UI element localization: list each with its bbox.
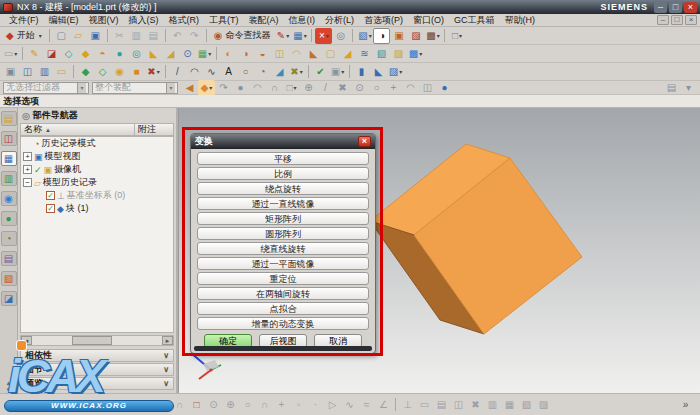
edge-rule-icon[interactable]: ∩ [266, 80, 283, 96]
shaded-with-edges-icon[interactable]: ▧▾ [356, 28, 373, 44]
menu-format[interactable]: 格式(R) [164, 14, 205, 27]
offset-surface-icon[interactable]: ▧ [373, 46, 390, 62]
transform-option-circular-array[interactable]: 圆形阵列 [197, 227, 369, 240]
sphere-icon[interactable]: ● [111, 46, 128, 62]
doc-close-button[interactable]: × [685, 15, 697, 25]
move-object-icon[interactable]: ▣ [2, 64, 19, 80]
extrude-icon[interactable]: ◆ [77, 46, 94, 62]
resource-bar-scroll[interactable]: ▲▼ [6, 380, 12, 393]
navigator-pin-icon[interactable]: ◎ [22, 111, 30, 121]
examine-geometry-icon[interactable]: ✔ [312, 64, 329, 80]
composite-curve-icon[interactable]: ◣ [370, 64, 387, 80]
edit-object-display-icon[interactable]: ▭ [53, 64, 70, 80]
transform-option-rotate-about-line[interactable]: 绕直线旋转 [197, 242, 369, 255]
transform-option-rotate-about-point[interactable]: 绕点旋转 [197, 182, 369, 195]
tab-hd3d-tools[interactable]: ◉ [1, 191, 17, 206]
dialog-close-button[interactable]: × [358, 136, 371, 147]
command-finder-button[interactable]: ◉命令查找器 [210, 28, 275, 44]
thread-icon[interactable]: ≋ [356, 46, 373, 62]
pull-face-icon[interactable]: ◇ [94, 64, 111, 80]
project-curve-icon[interactable]: ◢ [271, 64, 288, 80]
unite-icon[interactable]: ◐ [220, 46, 237, 62]
snap-tangent-icon[interactable]: ◠ [402, 80, 419, 96]
intersection-curve-icon[interactable]: ✖▾ [288, 64, 305, 80]
section-preview[interactable]: 预览∨ [20, 377, 174, 390]
expand-toggle-icon[interactable]: + [23, 165, 32, 174]
tree-row-model-history[interactable]: −▱模型历史记录 [21, 176, 173, 189]
extract-body-icon[interactable]: ▮ [353, 64, 370, 80]
wcs-triad[interactable] [185, 350, 223, 382]
hole-icon[interactable]: ⊙ [179, 46, 196, 62]
snap-face-icon[interactable]: ◫ [419, 80, 436, 96]
snap-quadrant-icon[interactable]: ○ [368, 80, 385, 96]
transform-option-rotate-between-axes[interactable]: 在两轴间旋转 [197, 287, 369, 300]
tab-reuse-library[interactable]: ▥ [1, 171, 17, 186]
tab-constraint-navigator[interactable]: ◫ [1, 131, 17, 146]
swept-icon[interactable]: ◣ [145, 46, 162, 62]
torus-icon[interactable]: ◎ [128, 46, 145, 62]
mirror-feature-icon[interactable]: ▨▾ [387, 64, 404, 80]
spline-icon[interactable]: ∿ [203, 64, 220, 80]
visibility-check-icon[interactable]: ✓ [34, 165, 42, 175]
assembly-cut-icon[interactable]: ▣ [390, 28, 407, 44]
text-icon[interactable]: A [220, 64, 237, 80]
face-rule-icon[interactable]: ◠ [249, 80, 266, 96]
tree-row-model-views[interactable]: +▣模型视图 [21, 150, 173, 163]
more-options-icon[interactable]: ▾ [680, 80, 697, 96]
tab-assembly-navigator[interactable]: ▤ [1, 111, 17, 126]
sound-cue-icon[interactable]: ◀ [181, 80, 198, 96]
tree-row-datum-csys[interactable]: ✓⊥基准坐标系 (0) [21, 189, 173, 202]
transform-option-mirror-through-line[interactable]: 通过一直线镜像 [197, 197, 369, 210]
transform-option-mirror-through-plane[interactable]: 通过一平面镜像 [197, 257, 369, 270]
new-file-icon[interactable]: ▢ [53, 28, 70, 44]
expand-toggle-icon[interactable]: − [23, 178, 32, 187]
show-hide-icon[interactable]: ◫ [19, 64, 36, 80]
menu-edit[interactable]: 编辑(E) [44, 14, 84, 27]
surface-curve-icon[interactable]: ◔ [254, 64, 271, 80]
offset-region-icon[interactable]: ◉ [111, 64, 128, 80]
task-dropdown-icon[interactable]: ▭▾ [2, 46, 19, 62]
revolve-icon[interactable]: ◓ [94, 46, 111, 62]
menu-tools[interactable]: 工具(T) [204, 14, 244, 27]
delete-face-icon[interactable]: ✖▾ [145, 64, 162, 80]
menu-window[interactable]: 窗口(O) [408, 14, 449, 27]
visibility-checkbox[interactable]: ✓ [46, 191, 55, 200]
scroll-right-icon[interactable]: ► [162, 336, 173, 345]
tab-process-studio[interactable]: ▧ [1, 271, 17, 286]
doc-restore-button[interactable]: □ [671, 15, 683, 25]
chamfer-icon[interactable]: ◣ [305, 46, 322, 62]
edge-blend-icon[interactable]: ◠ [288, 46, 305, 62]
transform-option-dynamic-increment[interactable]: 增量的动态变换 [197, 317, 369, 330]
restore-button[interactable]: □ [669, 2, 682, 13]
column-note[interactable]: 附注 [135, 123, 173, 136]
clip-section-icon[interactable]: ◎ [332, 28, 349, 44]
solid-body-icon[interactable]: ● [232, 80, 249, 96]
tab-part-navigator[interactable]: ▦ [1, 151, 17, 166]
sketch-constraint-icon[interactable]: ◪ [43, 46, 60, 62]
arc-icon[interactable]: ◠ [186, 64, 203, 80]
tab-web-browser[interactable]: ● [1, 211, 17, 226]
tab-history[interactable]: ◔ [1, 231, 17, 246]
tree-row-block[interactable]: ✓◆块 (1) [21, 202, 173, 215]
snap-center-icon[interactable]: ⊙ [351, 80, 368, 96]
deviation-gauge-icon[interactable]: ▣▾ [329, 64, 346, 80]
intersect-icon[interactable]: ◒ [254, 46, 271, 62]
transform-option-point-fit[interactable]: 点拟合 [197, 302, 369, 315]
ellipse-icon[interactable]: ○ [237, 64, 254, 80]
tab-roles[interactable]: ◪ [1, 291, 17, 306]
window-icon[interactable]: □▾ [448, 28, 465, 44]
snap-endpoint-icon[interactable]: ⊕ [300, 80, 317, 96]
overflow-icon[interactable]: » [677, 397, 694, 413]
menu-file[interactable]: 文件(F) [4, 14, 44, 27]
menu-analysis[interactable]: 分析(L) [320, 14, 359, 27]
move-face-icon[interactable]: ◆ [77, 64, 94, 80]
section-view-icon[interactable]: ▨ [407, 28, 424, 44]
column-name[interactable]: 名称▲ [21, 124, 135, 135]
expand-toggle-icon[interactable]: + [23, 152, 32, 161]
visibility-checkbox[interactable]: ✓ [46, 204, 55, 213]
menu-preferences[interactable]: 首选项(P) [359, 14, 408, 27]
section-details[interactable]: 细节∨ [20, 363, 174, 376]
draft-icon[interactable]: ◢ [339, 46, 356, 62]
scrollbar-thumb[interactable] [72, 336, 112, 345]
scroll-left-icon[interactable]: ◄ [21, 336, 32, 345]
